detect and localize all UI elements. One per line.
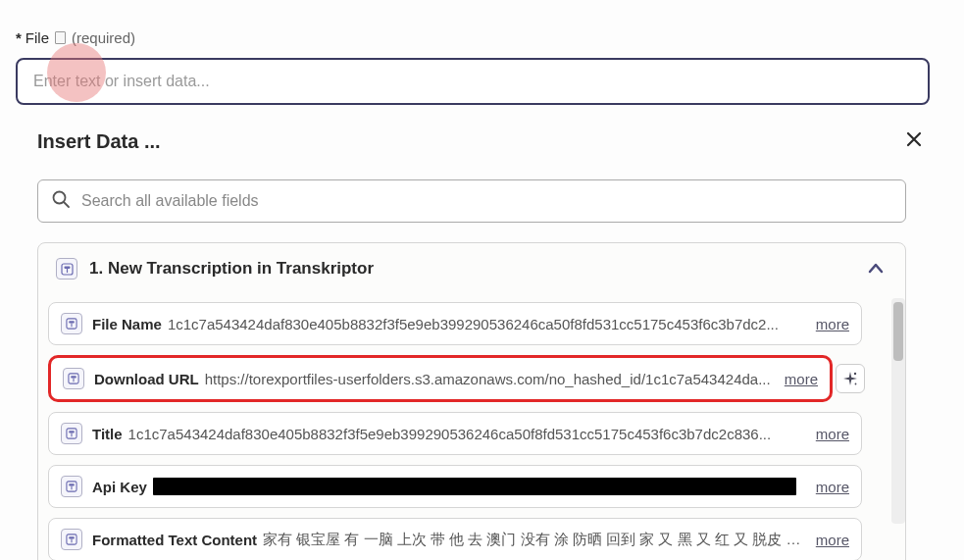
source-header[interactable]: 1. New Transcription in Transkriptor <box>38 243 905 294</box>
field-name: Api Key <box>92 479 147 495</box>
svg-line-1 <box>64 202 69 207</box>
svg-point-12 <box>855 383 857 385</box>
svg-rect-9 <box>71 376 76 378</box>
field-value: 1c1c7a543424daf830e405b8832f3f5e9eb39929… <box>128 426 806 442</box>
insert-data-panel: Insert Data ... 1. New Transcription in … <box>16 125 948 560</box>
field-name: Formatted Text Content <box>92 532 257 548</box>
svg-rect-14 <box>69 431 75 433</box>
required-asterisk: * <box>16 29 22 46</box>
field-icon <box>61 313 82 334</box>
more-link[interactable]: more <box>816 532 849 548</box>
field-row-formatted-text[interactable]: Formatted Text Content 家有 银宝屋 有 一脑 上次 带 … <box>48 518 862 560</box>
more-link[interactable]: more <box>816 479 849 495</box>
close-icon <box>905 130 923 148</box>
svg-rect-20 <box>69 536 75 538</box>
field-label-text: File <box>25 29 49 46</box>
file-input[interactable] <box>16 58 930 105</box>
field-icon <box>63 368 84 389</box>
field-name: Title <box>92 426 123 442</box>
sparkle-icon <box>841 370 859 387</box>
source-app-icon <box>56 258 77 280</box>
more-link[interactable]: more <box>816 426 849 442</box>
file-field-label: * File (required) <box>16 29 948 46</box>
svg-rect-17 <box>69 484 75 485</box>
field-name: Download URL <box>94 371 199 387</box>
file-icon <box>55 31 66 44</box>
field-icon <box>61 423 82 444</box>
close-button[interactable] <box>901 125 927 158</box>
required-text: (required) <box>72 29 135 46</box>
source-title: 1. New Transcription in Transkriptor <box>89 259 864 279</box>
more-link[interactable]: more <box>816 316 849 332</box>
field-icon <box>61 529 82 550</box>
source-block: 1. New Transcription in Transkriptor Fil… <box>37 242 906 560</box>
field-value: 家有 银宝屋 有 一脑 上次 带 他 去 澳门 没有 涂 防晒 回到 家 又 黑… <box>263 531 806 549</box>
scrollbar-track[interactable] <box>891 298 905 524</box>
fields-list: File Name 1c1c7a543424daf830e405b8832f3f… <box>38 294 905 560</box>
search-icon <box>51 189 71 213</box>
field-row-file-name[interactable]: File Name 1c1c7a543424daf830e405b8832f3f… <box>48 302 862 345</box>
field-icon <box>61 476 82 497</box>
field-name: File Name <box>92 316 162 332</box>
svg-rect-3 <box>64 266 70 268</box>
scrollbar-thumb[interactable] <box>893 302 903 361</box>
chevron-up-icon <box>864 257 888 280</box>
search-fields-input[interactable] <box>37 179 906 223</box>
svg-point-11 <box>854 373 856 375</box>
panel-title: Insert Data ... <box>37 130 161 153</box>
field-row-download-url[interactable]: Download URL https://torexportfiles-user… <box>48 355 833 402</box>
field-row-title[interactable]: Title 1c1c7a543424daf830e405b8832f3f5e9e… <box>48 412 862 455</box>
field-row-api-key[interactable]: Api Key more <box>48 465 862 508</box>
redacted-value <box>153 478 796 495</box>
more-link[interactable]: more <box>785 371 818 387</box>
ai-suggest-button[interactable] <box>836 364 865 393</box>
svg-rect-6 <box>69 321 75 323</box>
field-value: https://torexportfiles-userfolders.s3.am… <box>205 371 775 387</box>
field-value: 1c1c7a543424daf830e405b8832f3f5e9eb39929… <box>168 316 806 332</box>
